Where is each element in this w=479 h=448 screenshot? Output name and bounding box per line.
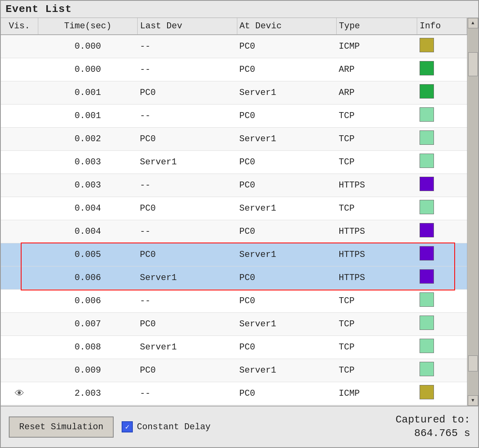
constant-delay-label: Constant Delay [137,422,211,432]
col-header-atdevice: At Devic [237,18,336,35]
cell-atdevice: Server1 [237,313,336,336]
cell-time: 0.004 [38,197,137,220]
cell-vis [1,359,38,382]
info-color-box [420,154,434,168]
cell-vis [1,336,38,359]
info-color-box [420,38,434,52]
cell-time: 0.003 [38,151,137,174]
cell-time: 0.006 [38,266,137,290]
cell-lastdev: PC0 [138,128,237,151]
cell-lastdev: PC0 [138,81,237,105]
cell-time: 0.007 [38,313,137,336]
cell-atdevice: PC0 [237,290,336,313]
cell-time: 0.009 [38,359,137,382]
col-header-info: Info [417,18,467,35]
cell-type: HTTPS [336,266,417,290]
cell-lastdev: -- [138,174,237,197]
cell-vis [1,243,38,266]
cell-time: 0.000 [38,35,137,58]
cell-atdevice: PC0 [237,336,336,359]
table-row[interactable]: 0.006--PC0TCP [1,290,467,313]
captured-line2: 864.765 s [396,427,470,440]
cell-atdevice: PC0 [237,151,336,174]
cell-info [417,197,467,220]
cell-vis [1,105,38,128]
info-color-box [420,223,434,237]
cell-time: 0.004 [38,220,137,243]
table-row[interactable]: 👁2.003--PC0ICMP [1,382,467,405]
info-color-box [420,269,434,284]
cell-time: 0.000 [38,58,137,81]
table-row[interactable]: 0.000--PC0ICMP [1,35,467,58]
cell-type: TCP [336,151,417,174]
table-body: 0.000--PC0ICMP0.000--PC0ARP0.001PC0Serve… [1,35,467,405]
cell-info [417,243,467,266]
cell-type: TCP [336,197,417,220]
table-row[interactable]: 0.002PC0Server1TCP [1,128,467,151]
cell-lastdev: -- [138,58,237,81]
cell-type: TCP [336,336,417,359]
table-row[interactable]: 0.009PC0Server1TCP [1,359,467,382]
cell-time: 0.002 [38,128,137,151]
cell-vis [1,290,38,313]
scroll-up-btn[interactable]: ▲ [468,18,478,28]
info-color-box [420,107,434,122]
cell-info [417,290,467,313]
info-color-box [420,84,434,99]
cell-type: ICMP [336,382,417,405]
cell-atdevice: Server1 [237,81,336,105]
table-row[interactable]: 0.007PC0Server1TCP [1,313,467,336]
event-list-window: Event List Vis. Time(sec) Last Dev At De… [0,0,479,448]
captured-line1: Captured to: [396,413,470,427]
cell-time: 0.005 [38,243,137,266]
cell-type: TCP [336,128,417,151]
cell-type: TCP [336,359,417,382]
title-text: Event List [6,3,72,15]
cell-vis [1,197,38,220]
cell-atdevice: Server1 [237,197,336,220]
cell-time: 0.001 [38,81,137,105]
scroll-track[interactable] [468,28,478,395]
table-row[interactable]: 0.004--PC0HTTPS [1,220,467,243]
info-color-box [420,130,434,145]
info-color-box [420,246,434,261]
cell-lastdev: -- [138,35,237,58]
cell-vis [1,81,38,105]
cell-lastdev: Server1 [138,336,237,359]
table-row[interactable]: 0.003Server1PC0TCP [1,151,467,174]
cell-info [417,35,467,58]
scroll-thumb-bottom[interactable] [468,355,478,371]
table-row[interactable]: 0.008Server1PC0TCP [1,336,467,359]
info-color-box [420,200,434,214]
table-row[interactable]: 0.005PC0Server1HTTPS [1,243,467,266]
info-color-box [420,177,434,191]
cell-atdevice: Server1 [237,128,336,151]
table-header-row: Vis. Time(sec) Last Dev At Devic Type In… [1,18,467,35]
constant-delay-checkbox[interactable]: ✓ [122,421,133,432]
table-row[interactable]: 0.004PC0Server1TCP [1,197,467,220]
col-header-vis: Vis. [1,18,38,35]
table-scroll-area: Vis. Time(sec) Last Dev At Devic Type In… [1,18,467,406]
cell-lastdev: -- [138,220,237,243]
cell-info [417,128,467,151]
cell-info [417,382,467,405]
cell-info [417,81,467,105]
scroll-thumb-top[interactable] [468,52,478,76]
cell-lastdev: Server1 [138,266,237,290]
table-row[interactable]: 0.001PC0Server1ARP [1,81,467,105]
table-row[interactable]: 0.006Server1PC0HTTPS [1,266,467,290]
scroll-down-btn[interactable]: ▼ [468,395,478,406]
cell-info [417,313,467,336]
cell-vis [1,128,38,151]
cell-atdevice: PC0 [237,220,336,243]
table-row[interactable]: 0.001--PC0TCP [1,105,467,128]
table-row[interactable]: 0.000--PC0ARP [1,58,467,81]
table-container: Vis. Time(sec) Last Dev At Devic Type In… [1,18,478,406]
cell-info [417,266,467,290]
cell-info [417,58,467,81]
info-color-box [420,292,434,307]
table-row[interactable]: 0.003--PC0HTTPS [1,174,467,197]
reset-simulation-button[interactable]: Reset Simulation [9,416,114,438]
footer: Reset Simulation ✓ Constant Delay Captur… [1,406,478,447]
cell-type: TCP [336,105,417,128]
